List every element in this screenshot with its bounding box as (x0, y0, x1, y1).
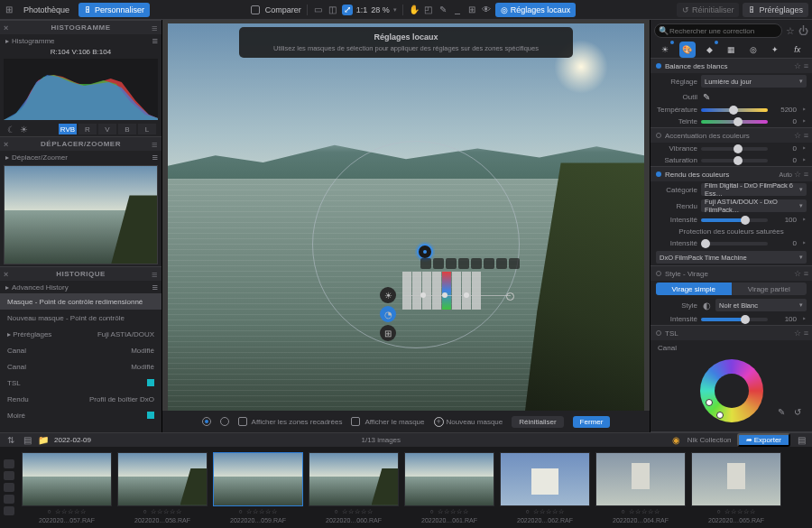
search-input[interactable] (654, 23, 782, 38)
channel-rvb[interactable]: RVB (59, 124, 77, 134)
zoom-pct[interactable]: 28 % (371, 5, 390, 14)
nik-label[interactable]: Nik Collection (687, 436, 732, 444)
thumbnail[interactable]: ○ ☆☆☆☆☆2022020…059.RAF (213, 452, 303, 523)
filter-icon[interactable]: ▤ (22, 435, 32, 446)
wb-tint-slider[interactable] (701, 120, 768, 124)
image-canvas[interactable]: ☀ ◔ ⊞ (168, 23, 644, 411)
compare-label[interactable]: Comparer (265, 5, 301, 14)
menu-icon[interactable]: ≡ (152, 269, 158, 280)
style-header[interactable]: Style - Virage☆≡ (651, 266, 812, 281)
luminosity-tool[interactable]: ☀ (380, 287, 396, 303)
hand-icon[interactable]: ✋ (409, 5, 420, 15)
export-menu-icon[interactable]: ▤ (796, 435, 807, 446)
local-cat[interactable]: ◎ (745, 42, 761, 58)
channel-r[interactable]: R (78, 124, 97, 134)
move-header[interactable]: ×DÉPLACER/ZOOMER≡ (0, 136, 161, 151)
chroma-tool[interactable]: ◔ (380, 306, 396, 322)
vibrance-slider[interactable] (701, 147, 768, 151)
thumbnail[interactable]: ○ ☆☆☆☆☆2022020…065.RAF (691, 452, 781, 523)
detail-cat[interactable]: ◆ (701, 42, 717, 58)
history-row[interactable]: Masque - Point de contrôle redimensionné (0, 293, 161, 310)
render-cat-dd[interactable]: Film Digital - DxO FilmPack 6 Ess… (701, 183, 807, 196)
crop-icon[interactable]: ◰ (423, 5, 434, 15)
horizon-icon[interactable]: ⎯ (452, 5, 463, 15)
nik-icon[interactable]: ◉ (671, 435, 682, 446)
highlight-clip-icon[interactable]: ☀ (18, 124, 29, 134)
accent-header[interactable]: Accentuation des couleurs☆≡ (651, 128, 812, 143)
thumbnail[interactable]: ○ ☆☆☆☆☆2022020…062.RAF (500, 452, 590, 523)
fx-cat[interactable]: fx (789, 42, 806, 58)
hue-wheel[interactable]: ✎ ↺ (651, 356, 812, 426)
history-row[interactable]: CanalModifié (0, 358, 161, 375)
fav-icon[interactable]: ☆ (786, 25, 795, 37)
picker-icon[interactable]: ✎ (438, 5, 448, 15)
history-header[interactable]: ×HISTORIQUE≡ (0, 266, 161, 281)
thumbnail[interactable]: ○ ☆☆☆☆☆2022020…061.RAF (404, 452, 494, 523)
render-int-slider[interactable] (701, 218, 768, 222)
menu-icon[interactable]: ≡ (152, 282, 158, 292)
library-tab[interactable]: Photothèque (18, 3, 75, 17)
show-mask-toggle[interactable]: Afficher le masque (351, 417, 424, 426)
close-icon[interactable]: × (4, 270, 9, 279)
tsl-header[interactable]: TSL☆≡ (651, 326, 812, 340)
shadow-clip-icon[interactable]: ☾ (5, 124, 16, 134)
show-crop-toggle[interactable]: Afficher les zones recadrées (238, 417, 343, 426)
picker-icon[interactable]: ✎ (776, 406, 787, 417)
render-header[interactable]: Rendu des couleursAuto☆≡ (651, 167, 812, 181)
control-slider[interactable] (402, 295, 511, 296)
history-row[interactable]: TSL (0, 375, 161, 391)
layout-single-icon[interactable]: ▭ (313, 5, 324, 15)
channel-v[interactable]: V (98, 124, 116, 134)
time-machine-dd[interactable]: DxO FilmPack Time Machine (656, 251, 807, 264)
fit-icon[interactable]: ⤢ (342, 5, 353, 15)
mask-radio-1[interactable] (202, 417, 211, 426)
render-rend-dd[interactable]: Fuji ASTIA/DOUX - DxO FilmPack… (701, 199, 807, 212)
menu-icon[interactable]: ≡ (152, 139, 158, 150)
menu-icon[interactable]: ≡ (152, 35, 158, 46)
menu-icon[interactable]: ≡ (152, 152, 158, 162)
sort-icon[interactable]: ⇅ (5, 435, 16, 446)
zoom-dropdown[interactable]: ▾ (393, 6, 397, 14)
thumbnail[interactable]: ○ ☆☆☆☆☆2022020…058.RAF (117, 452, 208, 523)
folder-path[interactable]: 2022-02-09 (54, 436, 91, 444)
watermark-cat[interactable]: ✦ (767, 42, 783, 58)
new-mask-button[interactable]: +Nouveau masque (434, 417, 503, 427)
history-row[interactable]: Moiré (0, 407, 161, 423)
reset-mask-button[interactable]: Réinitialiser (512, 416, 563, 428)
wb-setting-dd[interactable]: Lumière du jour (701, 75, 807, 88)
history-sub[interactable]: ▸Advanced History≡ (0, 281, 161, 293)
histogram-header[interactable]: ×HISTOGRAMME≡ (0, 20, 161, 34)
thumbnail[interactable]: ○ ☆☆☆☆☆2022020…060.RAF (309, 452, 399, 523)
wb-header[interactable]: Balance des blancs☆≡ (651, 59, 812, 73)
protect-int-slider[interactable] (701, 242, 768, 245)
local-adjust-button[interactable]: ◎Réglages locaux (495, 3, 577, 17)
wb-temp-slider[interactable] (701, 108, 768, 112)
presets-button[interactable]: 🎚Préréglages (743, 3, 808, 17)
navigator-thumb[interactable] (4, 165, 158, 264)
grid2-icon[interactable]: ⊞ (466, 5, 477, 15)
geometry-cat[interactable]: ▦ (723, 42, 739, 58)
zoom-ratio[interactable]: 1:1 (356, 5, 368, 14)
close-icon[interactable]: × (4, 23, 9, 32)
modules-icon[interactable]: ⊞ (4, 5, 14, 15)
menu-icon[interactable]: ≡ (152, 23, 158, 33)
color-cat[interactable]: 🎨 (679, 42, 696, 58)
compare-check[interactable] (251, 5, 260, 14)
light-cat[interactable]: ☀ (657, 42, 673, 58)
control-point-ring[interactable] (312, 141, 520, 348)
style-dd[interactable]: Noir et Blanc (715, 299, 807, 311)
reset-button[interactable]: ↺Réinitialiser (677, 3, 740, 17)
style-segment[interactable]: Virage simpleVirage partiel (656, 283, 807, 295)
channel-l[interactable]: L (138, 124, 156, 134)
history-row[interactable]: ▸ PréréglagesFuji ASTIA/DOUX (0, 326, 161, 342)
mask-radio-2[interactable] (220, 417, 229, 426)
histogram-sub[interactable]: ▸Histogramme≡ (0, 34, 161, 47)
history-row[interactable]: CanalModifié (0, 342, 161, 358)
history-row[interactable]: Nouveau masque - Point de contrôle (0, 310, 161, 326)
layout-split-icon[interactable]: ◫ (328, 5, 338, 15)
power-icon[interactable]: ⏻ (798, 25, 808, 36)
eye-icon[interactable]: 👁 (481, 5, 492, 15)
close-mask-button[interactable]: Fermer (573, 416, 611, 428)
customize-tab[interactable]: 🎚Personnaliser (78, 3, 150, 17)
eq-tool[interactable]: ⊞ (380, 325, 396, 341)
